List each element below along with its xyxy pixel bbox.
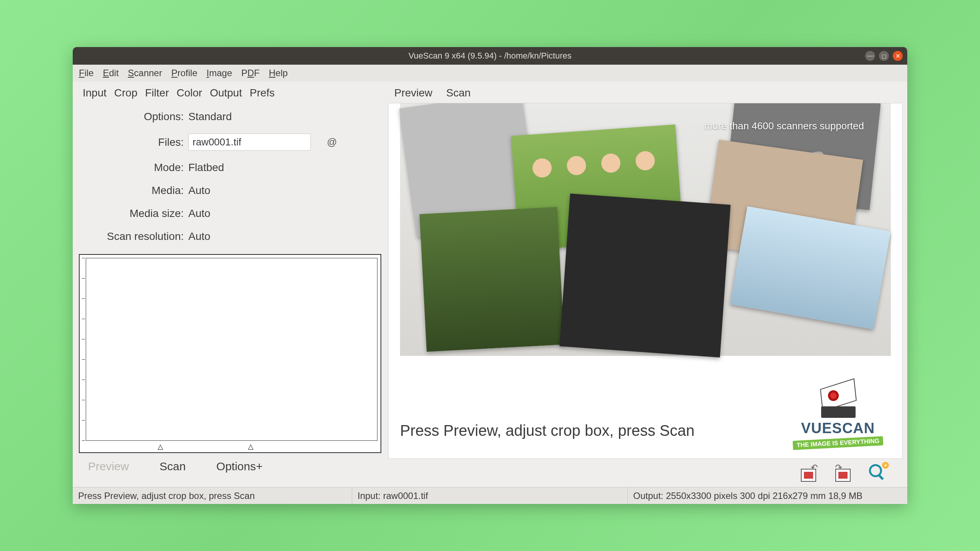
scan-resolution-label: Scan resolution: [80, 230, 184, 243]
bottom-buttons: Preview Scan Options+ [77, 455, 383, 476]
input-form: Options: Standard Files: @ Mode: Flatbed… [77, 103, 383, 251]
menu-image[interactable]: Image [207, 68, 232, 78]
preview-toolbar: ↶ ↶ + [388, 459, 903, 486]
brand-name: VUESCAN [793, 420, 883, 437]
supported-text: more than 4600 scanners supported [704, 120, 864, 132]
scan-button[interactable]: Scan [160, 460, 186, 473]
status-input: Input: raw0001.tif [352, 487, 628, 504]
brand-slogan: THE IMAGE IS EVERYTHING [792, 436, 883, 450]
menu-scanner[interactable]: Scanner [128, 68, 162, 78]
maximize-button[interactable]: ◻ [879, 51, 889, 61]
options-plus-button[interactable]: Options+ [216, 460, 263, 473]
preview-area[interactable]: SNAP more than 4600 scanners supported P… [388, 103, 903, 459]
slider-handle-low[interactable]: △ [158, 442, 163, 451]
mode-label: Mode: [80, 161, 184, 174]
files-input[interactable] [188, 134, 311, 151]
app-window: VueScan 9 x64 (9.5.94) - /home/kn/Pictur… [73, 47, 907, 504]
photo-dog [420, 207, 564, 352]
tab-prefs[interactable]: Prefs [250, 87, 274, 99]
tab-crop[interactable]: Crop [114, 87, 137, 99]
statusbar: Press Preview, adjust crop box, press Sc… [73, 487, 907, 504]
media-size-label: Media size: [80, 207, 184, 220]
options-select[interactable]: Standard [188, 111, 379, 123]
menu-file[interactable]: File [79, 68, 94, 78]
left-tabs: Input Crop Filter Color Output Prefs [77, 85, 383, 103]
scanner-icon [819, 387, 857, 418]
options-label: Options: [80, 111, 184, 123]
preview-button[interactable]: Preview [88, 460, 129, 473]
scan-resolution-select[interactable]: Auto [188, 230, 379, 243]
status-output: Output: 2550x3300 pixels 300 dpi 216x279… [628, 487, 907, 504]
media-select[interactable]: Auto [188, 184, 379, 197]
minimize-button[interactable]: — [865, 51, 875, 61]
vuescan-logo: VUESCAN THE IMAGE IS EVERYTHING [793, 387, 883, 448]
tab-color[interactable]: Color [176, 87, 202, 99]
tab-output[interactable]: Output [210, 87, 242, 99]
media-size-select[interactable]: Auto [188, 207, 379, 220]
media-label: Media: [80, 184, 184, 197]
photo-scanner [730, 206, 890, 329]
right-pane: Preview Scan SNAP more than 4600 scanner… [387, 82, 907, 487]
slider-handle-high[interactable]: △ [248, 442, 253, 451]
left-pane: Input Crop Filter Color Output Prefs Opt… [73, 82, 387, 487]
files-label: Files: [80, 136, 184, 148]
instruction-text: Press Preview, adjust crop box, press Sc… [400, 422, 694, 439]
menu-edit[interactable]: Edit [103, 68, 119, 78]
window-title: VueScan 9 x64 (9.5.94) - /home/kn/Pictur… [408, 51, 572, 61]
right-tab-preview[interactable]: Preview [394, 87, 433, 99]
tab-input[interactable]: Input [83, 87, 106, 99]
menu-help[interactable]: Help [269, 68, 287, 78]
menubar: File Edit Scanner Profile Image PDF Help [73, 65, 907, 82]
zoom-in-button[interactable]: + [869, 464, 887, 483]
menu-pdf[interactable]: PDF [241, 68, 260, 78]
at-icon[interactable]: @ [315, 136, 337, 148]
rotate-right-button[interactable]: ↶ [835, 464, 853, 483]
close-button[interactable]: ✕ [893, 51, 903, 61]
titlebar: VueScan 9 x64 (9.5.94) - /home/kn/Pictur… [73, 47, 907, 65]
mode-select[interactable]: Flatbed [188, 161, 379, 174]
content: Input Crop Filter Color Output Prefs Opt… [73, 82, 907, 487]
status-hint: Press Preview, adjust crop box, press Sc… [73, 487, 352, 504]
promo-collage: SNAP more than 4600 scanners supported [400, 103, 891, 356]
tab-filter[interactable]: Filter [145, 87, 169, 99]
right-tabs: Preview Scan [388, 85, 903, 103]
window-controls: — ◻ ✕ [865, 51, 903, 61]
menu-profile[interactable]: Profile [171, 68, 197, 78]
rotate-left-button[interactable]: ↶ [800, 464, 818, 483]
right-tab-scan[interactable]: Scan [446, 87, 471, 99]
histogram-graph[interactable]: △ △ [79, 254, 381, 453]
photo-bw-kids [560, 194, 731, 357]
